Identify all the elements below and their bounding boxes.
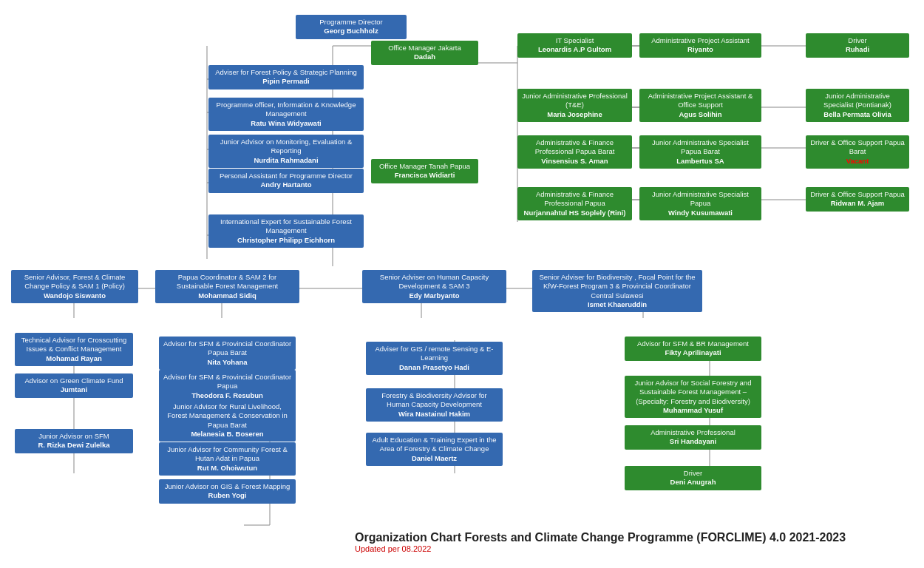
junior-admin-pontianak-box: Junior Administrative Specialist (Pontia… [806, 89, 909, 122]
international-expert-box: International Expert for Sustainable For… [208, 214, 364, 248]
jac-name: Rut M. Ohoiwutun [163, 464, 292, 473]
apos-title: Administrative Project Assistant & Offic… [643, 92, 758, 110]
jap-name: Bella Permata Olivia [809, 110, 906, 119]
agis-name: Danan Prasetyo Hadi [370, 363, 499, 372]
advisor-sfm-pb-box: Advisor for SFM & Provincial Coordinator… [159, 337, 296, 370]
asfmbr-name: Fikty Aprilinayati [628, 348, 758, 357]
jasp-title: Junior Administrative Specialist Papua [643, 190, 758, 209]
dosp-name: Ridwan M. Ajam [809, 199, 906, 208]
jasfm-name: R. Rizka Dewi Zulelka [18, 441, 129, 450]
sam2-box: Papua Coordinator & SAM 2 for Sustainabl… [155, 270, 299, 303]
adult-education-box: Adult Education & Training Expert in the… [366, 433, 503, 466]
junior-advisor-community-box: Junior Advisor for Community Forest & Hu… [159, 442, 296, 476]
adviser-gis-box: Adviser for GIS / remote Sensing & E-Lea… [366, 342, 503, 375]
jagis-title: Junior Advisor on GIS & Forest Mapping [163, 482, 292, 491]
sam3-box: Senior Adviser on Human Capacity Develop… [362, 270, 506, 303]
sam3-title: Senior Adviser on Human Capacity Develop… [366, 273, 503, 291]
junior-advisor-rural-box: Junior Advisor for Rural Livelihood, For… [159, 399, 296, 442]
junior-admin-spec-pb-box: Junior Administrative Specialist Papua B… [639, 135, 761, 169]
advisor-green-climate-box: Advisor on Green Climate Fund Jumtani [15, 373, 133, 398]
admin-project-office-support-box: Administrative Project Assistant & Offic… [639, 89, 761, 122]
tech-advisor-crosscutting-box: Technical Advisor for Crosscutting Issue… [15, 333, 133, 366]
bio-name: Ismet Khaeruddin [536, 300, 699, 309]
afpb-name: Vinsensius S. Aman [521, 157, 628, 166]
updated-text: Updated per 08.2022 [355, 544, 846, 553]
sam2-name: Mohammad Sidiq [159, 291, 296, 300]
dr-title: Driver [809, 36, 906, 45]
chart-title: Organization Chart Forests and Climate C… [355, 531, 846, 544]
omt-title: Office Manager Tanah Papua [375, 162, 475, 171]
programme-director-box: Programme Director Georg Buchholz [296, 15, 407, 39]
asfmpb2-title: Advisor for SFM & Provincial Coordinator… [163, 373, 292, 391]
bio-title: Senior Adviser for Biodiversity , Focal … [536, 273, 699, 300]
pd-title: Programme Director [299, 18, 403, 27]
programme-officer-box: Programme officer, Information & Knowled… [208, 98, 364, 131]
asfmpb-name: Nita Yohana [163, 358, 292, 367]
sam2-title: Papua Coordinator & SAM 2 for Sustainabl… [159, 273, 296, 291]
apa-title: Administrative Project Assistant [643, 36, 758, 45]
dd-title: Driver [628, 469, 758, 478]
admin-finance-papua-box: Administrative & Finance Professional Pa… [517, 187, 632, 220]
ap-title: Administrative Professional [628, 428, 758, 437]
pd-name: Georg Buchholz [299, 27, 403, 36]
office-manager-jakarta-box: Office Manager Jakarta Dadah [371, 41, 478, 65]
admin-professional-box: Administrative Professional Sri Handayan… [625, 425, 761, 450]
jate-name: Maria Josephine [521, 110, 628, 119]
fb-title: Forestry & Biodiversity Advisor for Huma… [370, 391, 499, 410]
org-chart: Programme Director Georg Buchholz Advise… [0, 0, 924, 568]
footer: Organization Chart Forests and Climate C… [355, 531, 846, 553]
advisor-sfm-br-box: Advisor for SFM & BR Management Fikty Ap… [625, 337, 761, 361]
ie-name: Christopher Philipp Eichhorn [212, 236, 360, 245]
pa-title: Personal Assistant for Programme Directo… [212, 172, 360, 180]
sam3-name: Edy Marbyanto [366, 291, 503, 300]
jasp-name: Windy Kusumawati [643, 209, 758, 217]
ie-title: International Expert for Sustainable For… [212, 217, 360, 236]
biodiversity-box: Senior Adviser for Biodiversity , Focal … [532, 270, 702, 312]
jame-name: Nurdita Rahmadani [212, 156, 360, 165]
junior-advisor-social-box: Junior Advisor for Social Forestry and S… [625, 376, 761, 418]
driver-office-support-pb-box: Driver & Office Support Papua Barat Vaca… [806, 135, 909, 169]
sam1-title: Senior Advisor, Forest & Climate Change … [15, 273, 135, 291]
afp-title: Administrative & Finance Professional Pa… [521, 190, 628, 209]
agc-title: Advisor on Green Climate Fund [18, 376, 129, 385]
jaspb-title: Junior Administrative Specialist Papua B… [643, 138, 758, 157]
junior-admin-spec-papua-box: Junior Administrative Specialist Papua W… [639, 187, 761, 220]
omj-title: Office Manager Jakarta [375, 44, 475, 53]
apos-name: Agus Solihin [643, 110, 758, 119]
admin-finance-papua-barat-box: Administrative & Finance Professional Pa… [517, 135, 632, 169]
driver-ruhadi-box: Driver Ruhadi [806, 33, 909, 58]
personal-assistant-box: Personal Assistant for Programme Directo… [208, 169, 364, 193]
dd-name: Deni Anugrah [628, 478, 758, 487]
ap-name: Sri Handayani [628, 437, 758, 446]
agc-name: Jumtani [18, 385, 129, 394]
jas-title: Junior Advisor for Social Forestry and S… [628, 379, 758, 406]
af-name: Pipin Permadi [212, 77, 360, 86]
ae-name: Daniel Maertz [370, 454, 499, 463]
junior-advisor-gis-box: Junior Advisor on GIS & Forest Mapping R… [159, 479, 296, 504]
dospb-title: Driver & Office Support Papua Barat [809, 138, 906, 157]
afp-name: Nurjannahtul HS Soplely (Rini) [521, 209, 628, 217]
sam1-box: Senior Advisor, Forest & Climate Change … [11, 270, 138, 303]
fb-name: Wira Nastainul Hakim [370, 410, 499, 419]
jas-name: Muhammad Yusuf [628, 406, 758, 415]
jaspb-name: Lambertus SA [643, 157, 758, 166]
jac-title: Junior Advisor for Community Forest & Hu… [163, 445, 292, 464]
its-title: IT Specialist [521, 36, 628, 45]
ae-title: Adult Education & Training Expert in the… [370, 436, 499, 454]
apa-name: Riyanto [643, 45, 758, 54]
asfmpb-title: Advisor for SFM & Provincial Coordinator… [163, 339, 292, 358]
tac-name: Mohamad Rayan [18, 354, 129, 363]
driver-deni-box: Driver Deni Anugrah [625, 466, 761, 490]
af-title: Adviser for Forest Policy & Strategic Pl… [212, 68, 360, 77]
agis-title: Adviser for GIS / remote Sensing & E-Lea… [370, 345, 499, 363]
sam1-name: Wandojo Siswanto [15, 291, 135, 300]
omt-name: Francisca Widiarti [375, 171, 475, 180]
afpb-title: Administrative & Finance Professional Pa… [521, 138, 628, 157]
forestry-biodiversity-box: Forestry & Biodiversity Advisor for Huma… [366, 388, 503, 422]
adviser-forest-box: Adviser for Forest Policy & Strategic Pl… [208, 65, 364, 89]
asfmbr-title: Advisor for SFM & BR Management [628, 339, 758, 348]
tac-title: Technical Advisor for Crosscutting Issue… [18, 336, 129, 354]
jap-title: Junior Administrative Specialist (Pontia… [809, 92, 906, 110]
jagis-name: Ruben Yogi [163, 491, 292, 500]
pa-name: Andry Hartanto [212, 180, 360, 189]
